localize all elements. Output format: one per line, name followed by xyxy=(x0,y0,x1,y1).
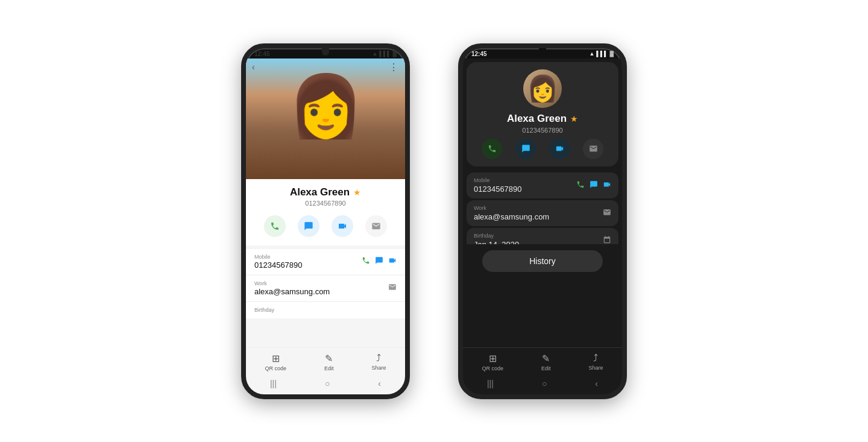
power-button-dark[interactable] xyxy=(626,121,627,151)
mobile-video-dark[interactable] xyxy=(603,180,611,191)
time-dark: 12:45 xyxy=(471,51,487,57)
screen-light: ‹ ⋮ Alexa Green ★ 01234567890 xyxy=(246,58,405,374)
name-row-dark: Alexa Green ★ xyxy=(507,113,578,125)
signal-icon-dark: ▌▌▌ xyxy=(596,51,608,57)
star-icon-dark[interactable]: ★ xyxy=(570,114,578,124)
mobile-actions-light xyxy=(362,256,397,267)
birthday-label-light: Birthday xyxy=(254,307,274,313)
nav-bar-dark: ||| ○ ‹ xyxy=(463,374,622,394)
contact-photo xyxy=(246,58,405,179)
mobile-item-dark: Mobile 01234567890 xyxy=(467,172,618,198)
contact-name-dark: Alexa Green xyxy=(507,113,567,125)
edit-label-light: Edit xyxy=(324,365,334,371)
share-icon-dark: ⤴ xyxy=(593,353,598,364)
mobile-call-light[interactable] xyxy=(362,256,370,267)
qr-label-light: QR code xyxy=(265,365,286,371)
info-list-light: Mobile 01234567890 xyxy=(246,245,405,347)
video-button-dark[interactable] xyxy=(549,139,570,159)
wifi-icon-dark: ▲ xyxy=(589,51,594,57)
call-button-light[interactable] xyxy=(264,215,286,237)
contact-header-light: Alexa Green ★ 01234567890 xyxy=(246,179,405,245)
action-icons-dark xyxy=(482,139,603,159)
birthday-calendar-dark[interactable] xyxy=(603,236,611,244)
mobile-value-light: 01234567890 xyxy=(254,260,303,270)
mobile-call-dark[interactable] xyxy=(576,180,585,191)
qr-code-button-light[interactable]: ⊞ QR code xyxy=(265,353,286,371)
screen-dark: Alexa Green ★ 01234567890 xyxy=(463,58,622,374)
mobile-item-light: Mobile 01234567890 xyxy=(246,249,405,274)
qr-icon-dark: ⊞ xyxy=(489,353,497,364)
work-mail-light[interactable] xyxy=(388,283,397,293)
history-button[interactable]: History xyxy=(482,250,603,272)
status-icons-light: ▲ ▌▌▌ ▓ xyxy=(372,51,397,57)
camera-notch-dark xyxy=(539,48,546,55)
status-icons-dark: ▲ ▌▌▌ ▓ xyxy=(589,51,614,57)
camera-notch-light xyxy=(322,48,329,55)
star-icon-light[interactable]: ★ xyxy=(353,188,361,197)
birthday-item-light: Birthday xyxy=(246,302,405,318)
call-button-dark[interactable] xyxy=(482,139,502,159)
wifi-icon: ▲ xyxy=(372,51,377,57)
share-label-dark: Share xyxy=(588,365,603,371)
volume-down-button[interactable] xyxy=(241,136,242,157)
share-icon-light: ⤴ xyxy=(376,353,381,364)
contact-phone-light: 01234567890 xyxy=(254,200,397,207)
edit-button-light[interactable]: ✎ Edit xyxy=(324,353,334,371)
back-nav-button-dark[interactable]: ‹ xyxy=(595,379,598,388)
back-nav-button-light[interactable]: ‹ xyxy=(378,379,381,388)
action-icons-light xyxy=(254,212,397,243)
share-label-light: Share xyxy=(371,365,386,371)
email-button-light[interactable] xyxy=(365,215,387,237)
email-button-dark[interactable] xyxy=(583,139,603,159)
home-button-dark[interactable]: ○ xyxy=(542,379,547,388)
power-button[interactable] xyxy=(409,121,410,151)
qr-code-button-dark[interactable]: ⊞ QR code xyxy=(482,353,503,371)
qr-label-dark: QR code xyxy=(482,365,503,371)
mobile-msg-light[interactable] xyxy=(375,256,383,267)
message-button-light[interactable] xyxy=(298,215,319,237)
contact-name-row: Alexa Green ★ xyxy=(254,186,397,198)
work-value-light: alexa@samsung.com xyxy=(254,287,330,296)
dark-content: Alexa Green ★ 01234567890 xyxy=(463,58,622,374)
home-button-light[interactable]: ○ xyxy=(325,379,330,388)
work-item-dark: Work alexa@samsung.com xyxy=(467,200,618,226)
more-button[interactable]: ⋮ xyxy=(389,62,399,73)
share-button-dark[interactable]: ⤴ Share xyxy=(588,353,603,371)
edit-button-dark[interactable]: ✎ Edit xyxy=(541,353,551,371)
work-mail-dark[interactable] xyxy=(603,208,611,218)
qr-icon-light: ⊞ xyxy=(272,353,280,364)
message-button-dark[interactable] xyxy=(515,139,536,159)
birthday-item-dark: Birthday Jan 14, 2020 xyxy=(467,228,618,244)
mobile-label-light: Mobile xyxy=(254,254,303,260)
work-label-dark: Work xyxy=(474,205,549,211)
contact-card-dark: Alexa Green ★ 01234567890 xyxy=(467,62,618,166)
volume-up-button-dark[interactable] xyxy=(458,109,459,130)
status-bar-dark: 12:45 ▲ ▌▌▌ ▓ xyxy=(463,48,622,58)
share-button-light[interactable]: ⤴ Share xyxy=(371,353,386,371)
back-button[interactable]: ‹ xyxy=(252,62,255,72)
edit-label-dark: Edit xyxy=(541,365,551,371)
work-label-light: Work xyxy=(254,280,330,286)
recent-apps-button-dark[interactable]: ||| xyxy=(487,379,494,388)
info-list-dark: Mobile 01234567890 xyxy=(463,170,622,244)
work-value-dark: alexa@samsung.com xyxy=(474,212,549,221)
battery-icon: ▓ xyxy=(392,51,397,57)
light-content: ‹ ⋮ Alexa Green ★ 01234567890 xyxy=(246,58,405,374)
avatar-dark xyxy=(523,69,562,108)
volume-up-button[interactable] xyxy=(241,109,242,130)
toolbar-dark: ⊞ QR code ✎ Edit ⤴ Share xyxy=(463,347,622,374)
video-button-light[interactable] xyxy=(332,215,353,237)
birthday-value-dark: Jan 14, 2020 xyxy=(474,240,519,244)
phone-light: 12:45 ▲ ▌▌▌ ▓ ‹ ⋮ Alexa Green ★ 012345 xyxy=(241,43,410,399)
history-section: History xyxy=(463,244,622,278)
toolbar-light: ⊞ QR code ✎ Edit ⤴ Share xyxy=(246,347,405,374)
recent-apps-button-light[interactable]: ||| xyxy=(270,379,277,388)
birthday-label-dark: Birthday xyxy=(474,233,519,239)
contact-phone-dark: 01234567890 xyxy=(522,127,562,134)
header-overlay: ‹ ⋮ xyxy=(246,62,405,73)
volume-down-button-dark[interactable] xyxy=(458,136,459,157)
signal-icon: ▌▌▌ xyxy=(379,51,391,57)
mobile-video-light[interactable] xyxy=(388,256,397,267)
status-bar-light: 12:45 ▲ ▌▌▌ ▓ xyxy=(246,48,405,58)
mobile-msg-dark[interactable] xyxy=(590,180,598,191)
